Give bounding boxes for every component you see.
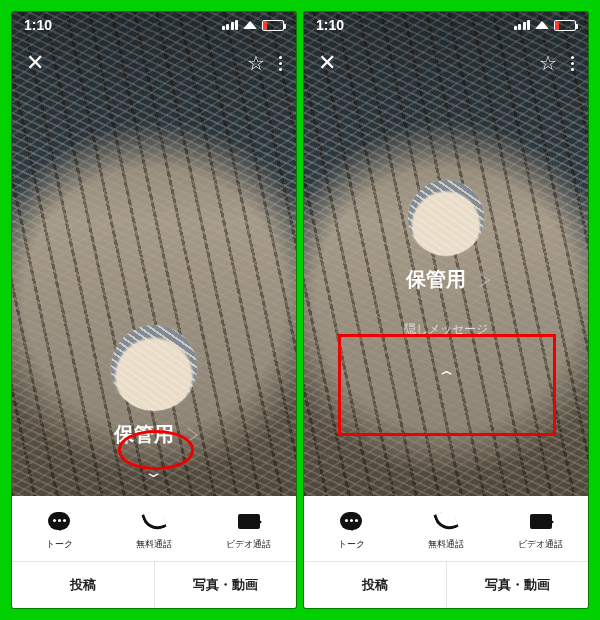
avatar[interactable]: [408, 180, 484, 256]
voice-call-label: 無料通話: [428, 538, 464, 551]
tab-posts[interactable]: 投稿: [304, 562, 446, 608]
battery-low-icon: [262, 20, 284, 31]
battery-low-icon: [554, 20, 576, 31]
signal-icon: [514, 20, 531, 30]
voice-call-label: 無料通話: [136, 538, 172, 551]
video-call-button[interactable]: ビデオ通話: [493, 510, 588, 551]
chat-icon: [340, 512, 362, 530]
favorite-star-icon[interactable]: ☆: [539, 51, 557, 75]
signal-icon: [222, 20, 239, 30]
phone-icon: [141, 508, 167, 534]
tab-media[interactable]: 写真・動画: [446, 562, 589, 608]
more-menu-icon[interactable]: [279, 56, 282, 71]
wifi-icon: [243, 21, 257, 29]
status-time: 1:10: [24, 17, 52, 33]
voice-call-button[interactable]: 無料通話: [399, 510, 494, 551]
tab-media[interactable]: 写真・動画: [154, 562, 297, 608]
tab-posts[interactable]: 投稿: [12, 562, 154, 608]
phone-icon: [433, 508, 459, 534]
phone-screenshot-left: 1:10 ✕ ☆ 保管用 ⌄ トーク 無料通話 ビ: [12, 12, 296, 608]
avatar[interactable]: [111, 325, 197, 411]
close-icon[interactable]: ✕: [26, 50, 44, 76]
phone-screenshot-right: 1:10 ✕ ☆ 保管用 隠しメッセージ ⌄ トーク 無料通話: [304, 12, 588, 608]
talk-button[interactable]: トーク: [304, 510, 399, 551]
top-bar: ✕ ☆: [304, 38, 588, 76]
annotation-highlight-oval: [118, 430, 194, 470]
top-bar: ✕ ☆: [12, 38, 296, 76]
profile-name: 保管用: [406, 266, 466, 293]
annotation-highlight-rect: [338, 334, 556, 436]
action-bar: トーク 無料通話 ビデオ通話: [304, 496, 588, 561]
video-icon: [530, 514, 552, 529]
favorite-star-icon[interactable]: ☆: [247, 51, 265, 75]
close-icon[interactable]: ✕: [318, 50, 336, 76]
voice-call-button[interactable]: 無料通話: [107, 510, 202, 551]
tab-bar: 投稿 写真・動画: [304, 561, 588, 608]
video-icon: [238, 514, 260, 529]
video-call-label: ビデオ通話: [518, 538, 563, 551]
video-call-button[interactable]: ビデオ通話: [201, 510, 296, 551]
talk-label: トーク: [46, 538, 73, 551]
tab-bar: 投稿 写真・動画: [12, 561, 296, 608]
status-time: 1:10: [316, 17, 344, 33]
talk-button[interactable]: トーク: [12, 510, 107, 551]
talk-label: トーク: [338, 538, 365, 551]
action-bar: トーク 無料通話 ビデオ通話: [12, 496, 296, 561]
chat-icon: [48, 512, 70, 530]
more-menu-icon[interactable]: [571, 56, 574, 71]
status-bar: 1:10: [304, 12, 588, 38]
edit-name-icon[interactable]: [470, 273, 490, 287]
video-call-label: ビデオ通話: [226, 538, 271, 551]
wifi-icon: [535, 21, 549, 29]
status-bar: 1:10: [12, 12, 296, 38]
